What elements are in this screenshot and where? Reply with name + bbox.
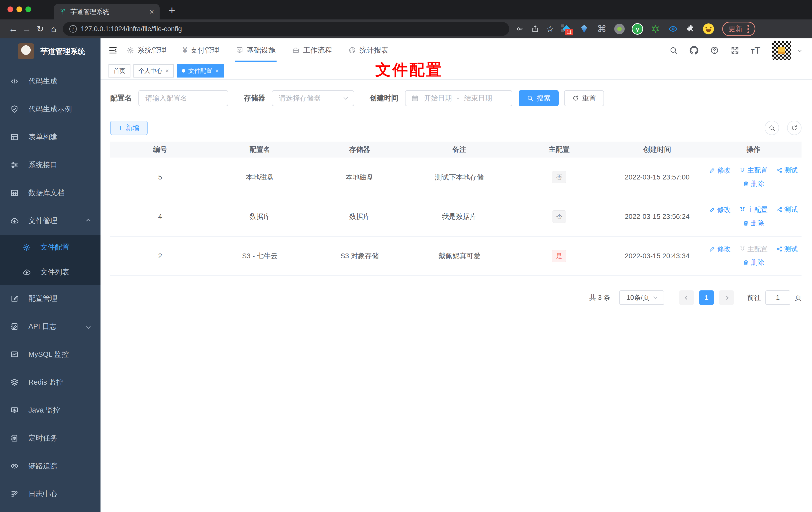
close-icon[interactable]: × [215, 67, 219, 74]
password-key-icon[interactable] [516, 25, 524, 33]
goto-page-input[interactable] [765, 291, 790, 305]
test-link[interactable]: 测试 [776, 166, 798, 175]
col-created: 创建时间 [609, 142, 705, 157]
extension-y-icon[interactable]: y [632, 23, 643, 35]
delete-link[interactable]: 删除 [743, 179, 764, 188]
config-name-input[interactable] [138, 90, 228, 106]
table-row: 5 本地磁盘 本地磁盘 测试下本地存储 否 2022-03-15 23:57:0… [110, 157, 802, 197]
topnav-item-payment[interactable]: ¥ 支付管理 [183, 38, 219, 62]
tag-home[interactable]: 首页 [109, 64, 130, 78]
sidebar-item-form-builder[interactable]: 表单构建 [0, 123, 100, 151]
sidebar-item-file-config[interactable]: 文件配置 [0, 235, 100, 260]
topnav-item-reports[interactable]: 统计报表 [348, 38, 388, 62]
reset-button[interactable]: 重置 [564, 90, 604, 106]
window-close-button[interactable] [7, 6, 13, 12]
font-size-icon[interactable]: TT [751, 46, 760, 55]
sidebar-item-label: 日志中心 [28, 489, 57, 499]
current-page[interactable]: 1 [699, 291, 714, 305]
edit-link[interactable]: 修改 [709, 166, 731, 175]
add-button[interactable]: + 新增 [110, 121, 148, 135]
date-range-picker[interactable]: 开始日期 - 结束日期 [405, 90, 512, 106]
edit-link[interactable]: 修改 [709, 205, 731, 214]
page-annotation: 文件配置 [375, 59, 443, 80]
topnav-label: 系统管理 [137, 46, 166, 55]
sidebar-toggle-icon[interactable] [108, 46, 118, 55]
shield-check-icon [10, 105, 19, 114]
share-icon [776, 167, 783, 174]
sidebar-item-code-demo[interactable]: 代码生成示例 [0, 95, 100, 123]
tab-close-icon[interactable]: × [149, 8, 154, 16]
sidebar-item-java-monitor[interactable]: Java 监控 [0, 396, 100, 424]
avatar[interactable] [772, 41, 791, 60]
close-icon[interactable]: × [165, 67, 169, 74]
github-icon[interactable] [690, 46, 699, 55]
edit-link[interactable]: 修改 [709, 244, 731, 253]
topnav-item-workflow[interactable]: 工作流程 [292, 38, 332, 62]
prev-page-button[interactable] [679, 291, 694, 305]
extension-eye-icon[interactable] [668, 24, 678, 34]
toggle-search-button[interactable] [764, 121, 779, 135]
master-link[interactable]: 主配置 [739, 205, 767, 214]
sidebar-item-config-management[interactable]: 配置管理 [0, 285, 100, 312]
sidebar-item-scheduled-tasks[interactable]: 定时任务 [0, 424, 100, 452]
share-icon[interactable] [531, 25, 540, 33]
url-bar[interactable]: i 127.0.0.1:1024/infra/file/file-config [63, 22, 509, 36]
sidebar-item-file-list[interactable]: 文件列表 [0, 260, 100, 285]
browser-update-button[interactable]: 更新 [722, 22, 755, 36]
sidebar-item-mysql-monitor[interactable]: MySQL 监控 [0, 340, 100, 368]
bookmark-star-icon[interactable]: ☆ [546, 24, 554, 34]
delete-link[interactable]: 删除 [743, 258, 764, 267]
window-minimize-button[interactable] [17, 6, 22, 12]
window-zoom-button[interactable] [25, 6, 31, 12]
app-logo[interactable]: 芋道管理系统 [0, 38, 100, 64]
refresh-table-button[interactable] [787, 121, 802, 135]
sidebar-item-system-api[interactable]: 系统接口 [0, 151, 100, 179]
browser-menu-icon[interactable] [747, 25, 749, 33]
delete-link[interactable]: 删除 [743, 219, 764, 228]
home-button[interactable]: ⌂ [47, 24, 60, 34]
search-button[interactable]: 搜索 [519, 90, 559, 106]
total-count: 共 3 条 [589, 293, 610, 302]
test-link[interactable]: 测试 [776, 244, 798, 253]
top-nav: 系统管理 ¥ 支付管理 基础设施 工作流程 统计报表 [126, 38, 388, 62]
sidebar-item-tracing[interactable]: 链路追踪 [0, 452, 100, 480]
extension-circle-icon[interactable] [614, 24, 625, 34]
browser-tabstrip: 芋道管理系统 × + [0, 0, 812, 20]
topnav-item-system[interactable]: 系统管理 [126, 38, 166, 62]
fullscreen-icon[interactable] [730, 46, 740, 55]
sidebar-item-log-center[interactable]: 日志中心 [0, 480, 100, 508]
extension-gem-icon[interactable] [579, 24, 589, 34]
reload-button[interactable]: ↻ [33, 24, 47, 34]
next-page-button[interactable] [719, 291, 734, 305]
new-tab-button[interactable]: + [169, 3, 175, 17]
topnav-item-infrastructure[interactable]: 基础设施 [236, 38, 276, 62]
extension-clover-icon[interactable]: ⌘ [596, 24, 607, 34]
extensions-puzzle-icon[interactable] [685, 24, 696, 34]
back-button[interactable]: ← [6, 24, 20, 34]
master-link[interactable]: 主配置 [739, 166, 767, 175]
gear-icon [23, 243, 31, 251]
extension-tanstack-icon[interactable]: 11 [561, 24, 572, 34]
site-info-icon[interactable]: i [69, 25, 77, 33]
sidebar-item-db-doc[interactable]: 数据库文档 [0, 179, 100, 207]
active-dot [182, 69, 185, 72]
filter-form: 配置名 存储器 请选择存储器 创建时间 开始日期 - 结束日期 [110, 90, 802, 106]
storage-select[interactable]: 请选择存储器 [272, 90, 354, 106]
sidebar-item-api-log[interactable]: API 日志 [0, 312, 100, 340]
tag-file-config[interactable]: 文件配置 × [177, 64, 224, 78]
search-icon[interactable] [669, 46, 678, 55]
sidebar-item-file-management[interactable]: 文件管理 [0, 207, 100, 235]
extension-emoji-icon[interactable] [703, 24, 714, 34]
forward-button[interactable]: → [20, 24, 33, 34]
sidebar-item-code-gen[interactable]: 代码生成 [0, 67, 100, 95]
tag-label: 文件配置 [188, 67, 212, 75]
cell-remark: 戴佩妮真可爱 [409, 236, 509, 276]
test-link[interactable]: 测试 [776, 205, 798, 214]
sidebar-item-redis-monitor[interactable]: Redis 监控 [0, 368, 100, 396]
extension-star-icon[interactable] [650, 24, 661, 34]
tag-profile[interactable]: 个人中心 × [134, 64, 174, 78]
help-icon[interactable] [710, 46, 719, 55]
page-size-select[interactable]: 10条/页 [619, 291, 664, 305]
avatar-caret-icon[interactable] [798, 48, 802, 52]
browser-tab[interactable]: 芋道管理系统 × [54, 4, 160, 20]
